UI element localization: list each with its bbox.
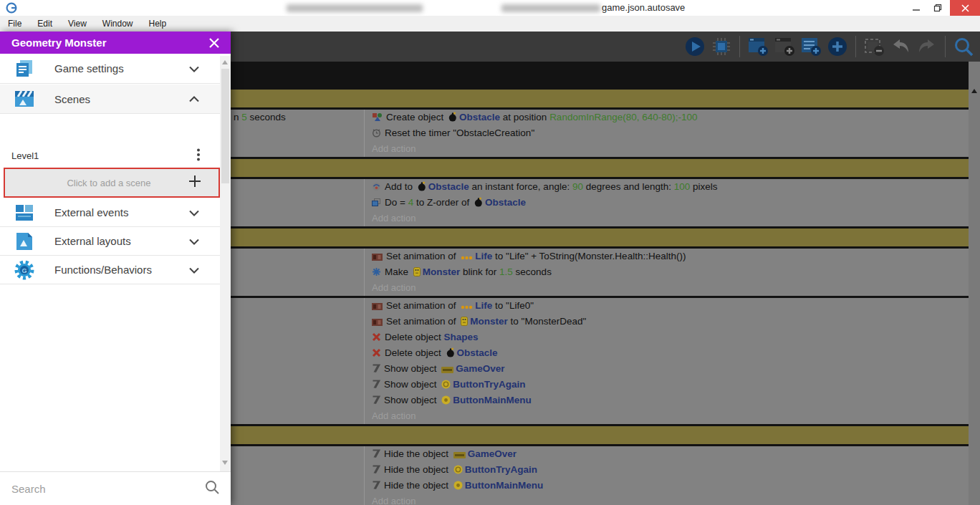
chevron-down-icon[interactable] [188, 62, 200, 75]
button-ring-icon [441, 378, 451, 393]
scenes-icon [13, 88, 36, 110]
scrollbar-thumb[interactable] [221, 69, 229, 183]
sidebar-item-external-layouts[interactable]: External layouts [0, 227, 220, 256]
scroll-up-icon[interactable] [222, 60, 228, 64]
search-icon[interactable] [953, 36, 974, 57]
event-action[interactable]: Delete object Obstacle [365, 345, 969, 361]
search-icon [205, 480, 219, 497]
sidebar-item-external-events[interactable]: External events [0, 198, 220, 227]
window-title: game.json.autosave [602, 2, 685, 13]
event-action[interactable]: Do = 4 to Z-order of Obstacle [365, 195, 969, 211]
chevron-down-icon[interactable] [188, 235, 200, 248]
project-manager-drawer: Geometry Monster Game settingsScenesExte… [0, 32, 231, 505]
restore-button[interactable] [927, 0, 948, 16]
menu-item-view[interactable]: View [60, 16, 95, 32]
animation-icon [372, 315, 383, 330]
obstacle-icon [448, 111, 457, 125]
sidebar-item-functions-behaviors[interactable]: GFunctions/Behaviors [0, 256, 220, 284]
blink-icon [372, 266, 381, 280]
event-action[interactable]: Set animation of Life to "Life" + ToStri… [365, 249, 969, 264]
obstacle-icon [474, 196, 483, 211]
event-action[interactable]: Make Monster blink for 1.5 seconds [365, 264, 969, 280]
visibility-icon [372, 463, 380, 478]
sidebar-item-label: External events [54, 206, 188, 218]
create-object-icon [372, 111, 383, 125]
animation-icon [372, 250, 383, 264]
add-subevent-icon[interactable] [774, 36, 795, 57]
external-events-icon [13, 202, 36, 223]
event-action[interactable]: Show object ButtonMainMenu [365, 393, 969, 408]
event-action[interactable]: Reset the timer "ObstacleCreation" [365, 125, 969, 141]
minimize-button[interactable] [905, 0, 927, 16]
gameover-icon [453, 448, 466, 462]
close-window-button[interactable] [950, 0, 980, 16]
undo-icon[interactable] [890, 36, 911, 57]
event-action[interactable]: Create object Obstacle at position Rando… [365, 110, 969, 125]
visibility-icon [372, 479, 380, 494]
obstacle-icon [446, 347, 455, 361]
event-action[interactable]: Show object GameOver [365, 361, 969, 377]
close-window-icon [961, 4, 970, 13]
chevron-up-icon[interactable] [188, 92, 200, 105]
delete-event-icon[interactable] [863, 36, 885, 57]
app-window: game.json.autosave FileEditViewWindowHel… [0, 0, 980, 505]
scroll-down-icon[interactable] [222, 461, 228, 465]
menu-item-window[interactable]: Window [95, 16, 141, 32]
event-condition[interactable]: n 5 seconds [234, 110, 286, 125]
sidebar-item-scenes[interactable]: Scenes [0, 85, 220, 114]
add-scene-label: Click to add a scene [5, 178, 188, 188]
sidebar-item-game-settings[interactable]: Game settings [0, 54, 220, 84]
event-action[interactable]: Show object ButtonTryAgain [365, 377, 969, 393]
redo-icon[interactable] [916, 36, 938, 57]
add-comment-icon[interactable] [800, 36, 822, 57]
chevron-down-icon[interactable] [188, 206, 200, 219]
event-action[interactable]: Hide the object ButtonTryAgain [365, 462, 969, 478]
visibility-icon [372, 378, 380, 393]
restore-icon [933, 4, 942, 12]
functions-icon: G [13, 259, 36, 281]
add-action-button[interactable]: Add action [365, 211, 969, 226]
chevron-down-icon[interactable] [188, 264, 200, 276]
event-action[interactable]: Hide the object GameOver [365, 446, 969, 462]
scene-item-level1[interactable]: Level1 [0, 143, 220, 168]
toolbar-separator [945, 36, 946, 57]
gameover-icon [441, 362, 453, 377]
search-input[interactable] [0, 483, 205, 495]
menu-bar: FileEditViewWindowHelp [0, 16, 980, 32]
add-action-button[interactable]: Add action [365, 408, 969, 424]
obstacle-icon [418, 181, 426, 195]
add-action-button[interactable]: Add action [365, 494, 969, 505]
button-dot-icon [453, 479, 463, 494]
scene-name: Level1 [0, 150, 197, 161]
menu-item-edit[interactable]: Edit [29, 16, 60, 32]
add-scene-button[interactable]: Click to add a scene [4, 168, 220, 198]
kebab-menu-icon[interactable] [197, 148, 200, 164]
add-action-button[interactable]: Add action [365, 141, 969, 157]
event-action[interactable]: Add to Obstacle an instant force, angle:… [365, 179, 969, 195]
drawer-scrollbar[interactable] [220, 56, 231, 502]
search-bar [0, 471, 231, 505]
gdevelop-logo-icon [6, 2, 17, 16]
event-action[interactable]: Hide the object ButtonMainMenu [365, 478, 969, 494]
menu-item-file[interactable]: File [0, 16, 29, 32]
scroll-up-icon[interactable] [971, 89, 977, 93]
event-action[interactable]: Delete object Shapes [365, 330, 969, 345]
plus-icon [188, 175, 201, 191]
play-icon[interactable] [684, 36, 706, 57]
add-event-icon[interactable] [747, 36, 769, 57]
close-drawer-button[interactable] [208, 37, 221, 49]
delete-icon [372, 347, 381, 361]
event-action[interactable]: Set animation of Monster to "MonsterDead… [365, 314, 969, 330]
close-icon [208, 37, 220, 49]
button-ring-icon [453, 463, 463, 478]
game-settings-icon [13, 58, 36, 80]
add-action-button[interactable]: Add action [365, 280, 969, 296]
debug-icon[interactable] [711, 36, 732, 57]
add-circle-icon[interactable] [827, 36, 848, 57]
menu-item-help[interactable]: Help [141, 16, 175, 32]
events-scrollbar[interactable] [969, 62, 980, 505]
event-action[interactable]: Set animation of Life to "Life0" [365, 298, 969, 314]
button-dot-icon [441, 394, 451, 408]
sidebar-item-label: Functions/Behaviors [54, 264, 188, 276]
title-bar: game.json.autosave [0, 0, 980, 16]
